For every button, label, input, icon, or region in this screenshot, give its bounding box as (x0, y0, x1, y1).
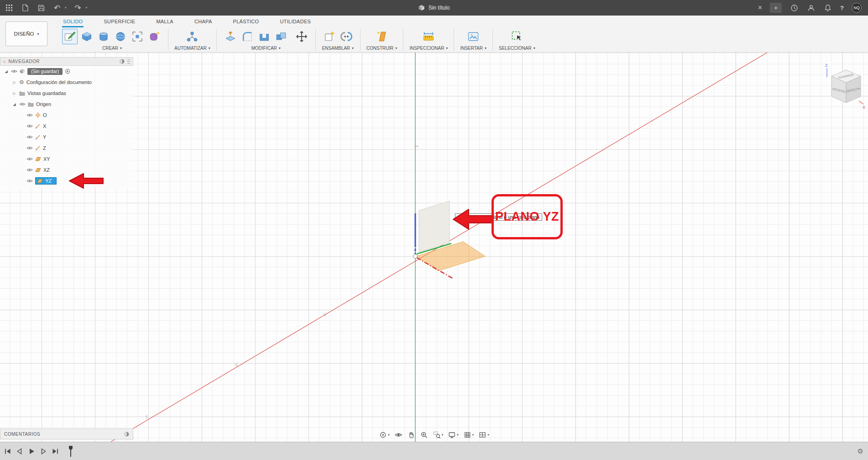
add-tab-button[interactable]: + (770, 3, 782, 13)
pattern-button[interactable] (130, 29, 145, 44)
sphere-primitive-button[interactable] (113, 29, 128, 44)
active-component-radio-icon[interactable] (65, 69, 70, 74)
save-icon[interactable] (37, 3, 46, 13)
tree-row-origin-xz[interactable]: XZ (0, 164, 133, 175)
automate-button[interactable] (184, 29, 200, 44)
workspace-selector[interactable]: DISEÑO ▾ (5, 21, 47, 46)
grid-snaps-button[interactable]: ▾ (463, 431, 474, 439)
step-back-icon[interactable] (16, 447, 24, 455)
comments-panel[interactable]: COMENTARIOS (0, 428, 133, 439)
inspeccionar-menu[interactable]: INSPECCIONAR▾ (409, 46, 448, 51)
history-icon[interactable] (790, 3, 799, 13)
display-settings-button[interactable]: ▾ (448, 431, 459, 439)
tree-row-origin-xy[interactable]: XY (0, 153, 133, 164)
help-icon[interactable]: ? (840, 5, 844, 11)
tree-row-origin[interactable]: ◢ Origen (0, 99, 133, 110)
box-primitive-button[interactable] (79, 29, 94, 44)
visibility-eye-icon[interactable] (11, 69, 17, 74)
file-icon[interactable] (21, 3, 30, 13)
panel-options-icon[interactable] (120, 59, 125, 64)
notifications-icon[interactable] (823, 3, 832, 13)
ensamblar-menu[interactable]: ENSAMBLAR▾ (322, 46, 354, 51)
zoom-button[interactable] (420, 431, 428, 439)
insertar-menu[interactable]: INSERTAR▾ (460, 46, 486, 51)
avatar[interactable]: NQ (852, 3, 862, 13)
crear-menu[interactable]: CREAR▾ (102, 46, 122, 51)
visibility-eye-icon[interactable] (26, 124, 33, 128)
selected-row-highlight[interactable]: YZ (35, 177, 57, 185)
combine-button[interactable] (273, 29, 289, 44)
orbit-button[interactable]: ▾ (379, 431, 390, 439)
app-grid-icon[interactable] (5, 3, 14, 13)
automatizar-menu[interactable]: AUTOMATIZAR▾ (174, 46, 210, 51)
press-pull-button[interactable] (223, 29, 238, 44)
redo-icon[interactable]: ↷ (73, 3, 83, 13)
tab-chapa[interactable]: CHAPA (193, 19, 213, 27)
create-form-button[interactable] (146, 29, 162, 44)
fillet-button[interactable] (240, 29, 255, 44)
visibility-eye-icon[interactable] (26, 179, 33, 183)
construir-menu[interactable]: CONSTRUIR▾ (366, 46, 397, 51)
document-cube-icon (418, 5, 425, 11)
create-sketch-button[interactable] (62, 29, 78, 44)
viewports-button[interactable]: ▾ (478, 431, 489, 439)
select-button[interactable] (509, 29, 525, 44)
comments-options-icon[interactable] (124, 432, 129, 437)
document-tab[interactable]: Sin título (418, 5, 450, 11)
visibility-eye-icon[interactable] (19, 102, 26, 106)
play-icon[interactable] (27, 447, 36, 455)
modificar-menu[interactable]: MODIFICAR▾ (251, 46, 281, 51)
expander-icon[interactable]: ▷ (12, 80, 17, 85)
pan-button[interactable] (407, 431, 415, 439)
insert-button[interactable] (465, 29, 481, 44)
tree-row-origin-y[interactable]: Y (0, 132, 133, 143)
timeline-position-marker[interactable] (68, 445, 74, 458)
redo-dropdown-caret[interactable]: ▾ (86, 6, 88, 10)
move-copy-button[interactable] (294, 29, 309, 44)
panel-grip-icon[interactable] (127, 59, 130, 64)
zoom-window-button[interactable]: ▾ (433, 431, 444, 439)
tree-row-origin-x[interactable]: X (0, 121, 133, 132)
expander-icon[interactable]: ◢ (4, 69, 9, 74)
step-forward-icon[interactable] (39, 447, 47, 455)
tree-row-document-settings[interactable]: ▷ ⚙ Configuración del documento (0, 77, 133, 88)
yz-plane[interactable] (419, 201, 450, 252)
tree-row-saved-views[interactable]: ▷ Vistas guardadas (0, 88, 133, 99)
construct-plane-button[interactable] (374, 29, 390, 44)
timeline-settings-gear-icon[interactable]: ⚙ (858, 447, 863, 455)
tab-malla[interactable]: MALLA (155, 19, 174, 27)
viewport-canvas[interactable]: 1' 1' 5' 1' « NAVEGADOR ◢ (0, 53, 868, 442)
undo-dropdown-caret[interactable]: ▾ (65, 6, 67, 10)
visibility-eye-icon[interactable] (26, 135, 33, 139)
tree-row-origin-yz[interactable]: YZ (0, 175, 133, 186)
joint-button[interactable] (339, 29, 354, 44)
cylinder-primitive-button[interactable] (96, 29, 111, 44)
tree-row-document[interactable]: ◢ (Sin guardar) (0, 66, 133, 77)
expander-icon[interactable]: ◢ (12, 102, 17, 106)
skip-to-start-icon[interactable] (4, 447, 12, 455)
tab-plastico[interactable]: PLÁSTICO (232, 19, 260, 27)
close-tab-icon[interactable]: × (758, 4, 762, 12)
tab-superficie[interactable]: SUPERFICIE (103, 19, 136, 27)
profile-icon[interactable] (806, 3, 816, 13)
visibility-eye-icon[interactable] (26, 157, 33, 161)
undo-icon[interactable]: ↶ (52, 3, 62, 13)
browser-header[interactable]: « NAVEGADOR (0, 57, 133, 66)
viewcube[interactable]: Z SUPERIOR FRONTAL DERECHA X (821, 62, 866, 110)
visibility-eye-icon[interactable] (26, 113, 33, 117)
origin-point[interactable] (413, 254, 418, 259)
look-at-button[interactable] (394, 431, 403, 439)
measure-button[interactable] (421, 29, 436, 44)
tab-utilidades[interactable]: UTILIDADES (279, 19, 312, 27)
new-component-button[interactable] (322, 29, 337, 44)
shell-button[interactable] (256, 29, 272, 44)
tree-row-origin-z[interactable]: Z (0, 143, 133, 153)
chevron-down-icon: ▾ (388, 433, 390, 437)
visibility-eye-icon[interactable] (26, 168, 33, 172)
expander-icon[interactable]: ▷ (12, 91, 17, 95)
visibility-eye-icon[interactable] (26, 146, 33, 150)
seleccionar-menu[interactable]: SELECCIONAR▾ (499, 46, 535, 51)
tree-row-origin-o[interactable]: O (0, 110, 133, 121)
tab-solido[interactable]: SOLIDO (62, 19, 84, 27)
skip-to-end-icon[interactable] (51, 447, 59, 455)
